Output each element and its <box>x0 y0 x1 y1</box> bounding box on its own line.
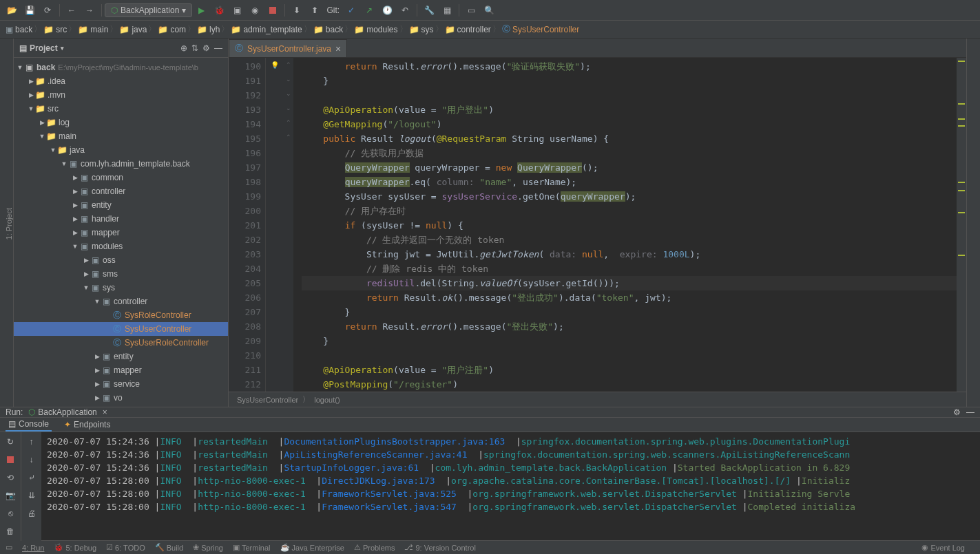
status-terminal[interactable]: ▣ Terminal <box>233 543 271 552</box>
run-config-selector[interactable]: ⬡ BackApplication ▾ <box>105 3 192 17</box>
tree-item[interactable]: ▶▣service <box>14 377 228 391</box>
tree-item[interactable]: ▶▣handler <box>14 212 228 226</box>
tree-item[interactable]: ⒸSysUserController <box>14 322 228 336</box>
wrap-icon[interactable]: ⤶ <box>25 471 39 484</box>
run-icon[interactable]: ▶ <box>193 2 209 19</box>
status-eventlog[interactable]: ◉ Event Log <box>921 543 965 552</box>
tab-endpoints[interactable]: ✦Endpoints <box>61 418 113 431</box>
minimize-icon[interactable]: — <box>214 43 222 53</box>
tree-item[interactable]: ⒸSysUserRoleController <box>14 336 228 350</box>
expand-icon[interactable]: ⇅ <box>191 43 198 53</box>
save-icon[interactable]: 💾 <box>21 2 38 19</box>
close-icon[interactable]: × <box>335 43 341 54</box>
tree-item[interactable]: ⒸSysRoleController <box>14 308 228 322</box>
tree-item[interactable]: ▼▣modules <box>14 239 228 253</box>
tree-item[interactable]: ▶▣common <box>14 171 228 184</box>
locate-icon[interactable]: ⊕ <box>180 43 187 53</box>
git-pull-icon[interactable]: ✓ <box>343 2 359 19</box>
side-tab-project[interactable]: 1: Project <box>5 208 13 239</box>
tree-item[interactable]: ▶▣sms <box>14 267 228 281</box>
code-editor[interactable]: return Result.error().message("验证码获取失败")… <box>293 58 957 392</box>
tree-root[interactable]: ▼▣backE:\myProject\myGit\admin-vue-templ… <box>14 61 228 74</box>
tree-item[interactable]: ▶▣oss <box>14 253 228 267</box>
tree-item[interactable]: ▶▣controller <box>14 184 228 198</box>
tree-item[interactable]: ▶📁.idea <box>14 74 228 88</box>
delete-icon[interactable]: 🗑 <box>3 524 17 538</box>
profile-icon[interactable]: ◉ <box>247 2 263 19</box>
status-spring[interactable]: ❀ Spring <box>193 543 223 552</box>
bc-item[interactable]: 📁com <box>158 25 186 34</box>
status-show-icon[interactable]: ▭ <box>6 543 12 552</box>
vcs-commit-icon[interactable]: ⬆ <box>306 2 323 19</box>
tree-item[interactable]: ▶▣vo <box>14 391 228 405</box>
bc-item[interactable]: ▣back <box>6 25 32 34</box>
git-history-icon[interactable]: 🕐 <box>379 2 395 19</box>
gear-icon[interactable]: ⚙ <box>202 43 210 53</box>
print-icon[interactable]: 🖨 <box>25 507 39 520</box>
bc-item[interactable]: ⒸSysUserController <box>502 23 579 35</box>
tree-item[interactable]: ▼📁java <box>14 143 228 157</box>
tree-item[interactable]: ▶▣mapper <box>14 226 228 239</box>
bc-item[interactable]: 📁main <box>78 25 108 34</box>
camera-icon[interactable]: 📷 <box>3 489 17 502</box>
tree-item[interactable]: ▼📁main <box>14 129 228 143</box>
git-revert-icon[interactable]: ↶ <box>397 2 413 19</box>
tree-item[interactable]: ▶▣entity <box>14 350 228 363</box>
bc-item[interactable]: 📁sys <box>409 25 434 34</box>
tree-item[interactable]: ▼📁src <box>14 102 228 116</box>
status-build[interactable]: 🔨 Build <box>155 543 183 552</box>
tree-item[interactable]: ▼▣sys <box>14 281 228 295</box>
tab-sysusercontroller[interactable]: Ⓒ SysUserController.java × <box>229 39 347 57</box>
tree-item[interactable]: ▶📁log <box>14 116 228 129</box>
stop-icon[interactable] <box>264 2 281 19</box>
bc-item[interactable]: 📁src <box>43 25 67 34</box>
down-icon[interactable]: ↓ <box>25 453 39 467</box>
tree-item[interactable]: ▼▣controller <box>14 295 228 308</box>
tree-item[interactable]: ▶▣entity <box>14 198 228 212</box>
tab-console[interactable]: ▤Console <box>6 418 52 432</box>
stop-icon[interactable] <box>3 453 17 467</box>
console-output[interactable]: 2020-07-07 15:24:36 |INFO |restartedMain… <box>41 432 980 541</box>
editor-tabs: Ⓒ SysUserController.java × <box>229 39 966 58</box>
right-tool-gutter <box>966 39 980 407</box>
status-debug[interactable]: 🐞 5: Debug <box>54 543 96 552</box>
close-icon[interactable]: × <box>103 407 107 417</box>
project-tree[interactable]: ▼▣backE:\myProject\myGit\admin-vue-templ… <box>14 58 228 407</box>
tree-item[interactable]: ▶▣mapper <box>14 363 228 377</box>
status-javaee[interactable]: ☕ Java Enterprise <box>280 543 344 552</box>
bc-item[interactable]: 📁controller <box>445 25 491 34</box>
refresh-icon[interactable]: ⟳ <box>39 2 56 19</box>
status-todo[interactable]: ☑ 6: TODO <box>106 543 145 552</box>
forward-icon[interactable]: → <box>81 2 98 19</box>
minimize-icon[interactable]: — <box>966 407 974 417</box>
ide-window-icon[interactable]: ▭ <box>463 2 479 19</box>
exit-icon[interactable]: ⎋ <box>3 507 17 520</box>
status-vcs[interactable]: ⎇ 9: Version Control <box>404 543 475 552</box>
status-problems[interactable]: ⚠ Problems <box>354 543 395 552</box>
panel-title[interactable]: ▤Project▾ <box>19 43 180 53</box>
bc-item[interactable]: 📁admin_template <box>231 25 302 34</box>
debug-icon[interactable]: 🐞 <box>211 2 227 19</box>
scroll-icon[interactable]: ⇊ <box>25 489 39 502</box>
bc-item[interactable]: 📁lyh <box>197 25 220 34</box>
coverage-icon[interactable]: ▣ <box>229 2 245 19</box>
run-config-tab[interactable]: ⬡BackApplication × <box>28 407 107 417</box>
bc-item[interactable]: 📁modules <box>354 25 397 34</box>
git-push-icon[interactable]: ↗ <box>361 2 377 19</box>
settings-icon[interactable]: 🔧 <box>421 2 437 19</box>
tree-item[interactable]: ▼▣com.lyh.admin_template.back <box>14 157 228 171</box>
tree-item[interactable]: ▶📁.mvn <box>14 88 228 102</box>
project-structure-icon[interactable]: ▦ <box>439 2 455 19</box>
error-stripe[interactable] <box>957 58 966 392</box>
bc-item[interactable]: 📁back <box>313 25 343 34</box>
up-icon[interactable]: ↑ <box>25 435 39 449</box>
restart-icon[interactable]: ⟲ <box>3 471 17 484</box>
back-icon[interactable]: ← <box>63 2 80 19</box>
search-icon[interactable]: 🔍 <box>481 2 497 19</box>
bc-item[interactable]: 📁java <box>119 25 147 34</box>
gear-icon[interactable]: ⚙ <box>953 407 961 417</box>
vcs-update-icon[interactable]: ⬇ <box>289 2 305 19</box>
rerun-icon[interactable]: ↻ <box>3 435 17 449</box>
open-icon[interactable]: 📂 <box>3 2 20 19</box>
status-run[interactable]: 4: Run <box>22 544 44 552</box>
